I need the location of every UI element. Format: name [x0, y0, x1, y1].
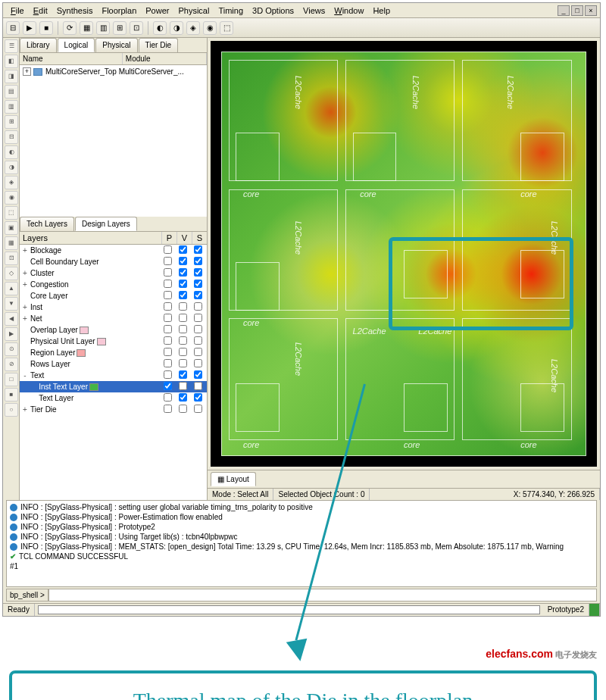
side-tool-24[interactable]: ○ [5, 403, 18, 417]
tool-btn-7[interactable]: ⊡ [130, 21, 143, 35]
console-log[interactable]: INFO : [SpyGlass-Physical] : setting use… [6, 500, 597, 587]
layer-v-checkbox[interactable] [179, 405, 187, 413]
tab-library[interactable]: Library [20, 38, 57, 52]
expand-icon[interactable]: + [23, 67, 31, 76]
layer-v-checkbox[interactable] [179, 245, 187, 254]
layer-row[interactable]: Region Layer [20, 347, 207, 358]
layer-s-checkbox[interactable] [194, 257, 202, 265]
layer-row[interactable]: Overlap Layer [20, 324, 207, 336]
tool-btn-6[interactable]: ⊞ [113, 21, 127, 35]
expand-icon[interactable] [30, 383, 37, 391]
side-tool-4[interactable]: ▥ [5, 100, 18, 114]
menu-edit[interactable]: Edit [29, 5, 52, 17]
tool-btn-1[interactable]: ▶ [23, 21, 36, 35]
tab-tech-layers[interactable]: Tech Layers [20, 217, 74, 231]
layer-v-checkbox[interactable] [179, 291, 187, 299]
win-close-button[interactable]: × [585, 5, 597, 16]
expand-icon[interactable] [21, 360, 29, 368]
layer-s-checkbox[interactable] [194, 405, 202, 413]
side-tool-12[interactable]: ▣ [5, 221, 18, 235]
layer-row[interactable]: Inst Text Layer [20, 381, 207, 392]
layer-v-checkbox[interactable] [179, 257, 187, 265]
menu-3doptions[interactable]: 3D Options [248, 5, 298, 17]
menu-views[interactable]: Views [298, 5, 330, 17]
layer-col-v[interactable]: V [176, 232, 192, 244]
side-tool-11[interactable]: ⬚ [5, 206, 18, 220]
layer-v-checkbox[interactable] [179, 370, 187, 379]
layer-v-checkbox[interactable] [179, 359, 187, 367]
layer-v-checkbox[interactable] [179, 348, 187, 356]
menu-help[interactable]: Help [368, 5, 395, 17]
layer-row[interactable]: Core Layer [20, 290, 207, 302]
side-tool-23[interactable]: ■ [5, 388, 18, 402]
layer-p-checkbox[interactable] [164, 348, 172, 356]
side-tool-15[interactable]: ◇ [5, 267, 18, 280]
side-tool-1[interactable]: ◧ [5, 55, 18, 68]
layer-s-checkbox[interactable] [194, 245, 202, 254]
floorplan-canvas[interactable]: L2Cache L2Cache L2Cache core core core L… [211, 41, 597, 467]
layer-col-p[interactable]: P [161, 232, 176, 244]
expand-icon[interactable] [21, 337, 29, 345]
win-max-button[interactable]: □ [571, 5, 583, 16]
menu-window[interactable]: Window [330, 5, 368, 17]
layer-s-checkbox[interactable] [194, 348, 202, 356]
layer-row[interactable]: +Blockage [20, 245, 207, 256]
side-tool-5[interactable]: ⊞ [5, 115, 18, 129]
layer-p-checkbox[interactable] [164, 314, 172, 322]
layer-p-checkbox[interactable] [164, 405, 172, 413]
layer-p-checkbox[interactable] [164, 245, 172, 254]
tree-root-item[interactable]: + MultiCoreServer_Top MultiCoreServer_..… [21, 67, 205, 77]
layer-v-checkbox[interactable] [179, 280, 187, 288]
expand-icon[interactable] [21, 292, 29, 300]
tree-col-name[interactable]: Name [20, 53, 123, 64]
layer-p-checkbox[interactable] [164, 257, 172, 265]
layer-p-checkbox[interactable] [164, 291, 172, 299]
side-tool-19[interactable]: ▶ [5, 327, 18, 341]
layer-p-checkbox[interactable] [164, 268, 172, 277]
menu-timing[interactable]: Timing [214, 5, 248, 17]
layer-row[interactable]: Rows Layer [20, 358, 207, 370]
layer-p-checkbox[interactable] [164, 359, 172, 367]
layer-row[interactable]: Text Layer [20, 392, 207, 404]
layer-v-checkbox[interactable] [179, 302, 187, 311]
expand-icon[interactable] [21, 258, 29, 266]
layer-s-checkbox[interactable] [194, 336, 202, 345]
side-tool-22[interactable]: □ [5, 373, 18, 386]
tool-btn-4[interactable]: ▦ [80, 21, 93, 35]
tool-btn-0[interactable]: ⊟ [6, 21, 20, 35]
layer-s-checkbox[interactable] [194, 302, 202, 311]
layer-s-checkbox[interactable] [194, 268, 202, 277]
layer-row[interactable]: +Congestion [20, 279, 207, 290]
menu-floorplan[interactable]: Floorplan [97, 5, 141, 17]
layer-row[interactable]: +Net [20, 313, 207, 324]
layer-v-checkbox[interactable] [179, 382, 187, 390]
layers-list[interactable]: +Blockage Cell Boundary Layer +Cluster +… [20, 245, 207, 500]
side-tool-3[interactable]: ▤ [5, 85, 18, 98]
layer-s-checkbox[interactable] [194, 393, 202, 402]
layer-row[interactable]: -Text [20, 370, 207, 381]
side-tool-9[interactable]: ◈ [5, 176, 18, 189]
side-tool-2[interactable]: ◨ [5, 70, 18, 83]
layer-row[interactable]: +Tier Die [20, 404, 207, 415]
layer-col-s[interactable]: S [192, 232, 207, 244]
layer-p-checkbox[interactable] [164, 336, 172, 345]
layer-s-checkbox[interactable] [194, 325, 202, 333]
tab-physical[interactable]: Physical [95, 38, 137, 52]
tool-btn-12[interactable]: ⬚ [220, 21, 233, 35]
layer-s-checkbox[interactable] [194, 382, 202, 390]
layer-row[interactable]: Physical Unit Layer [20, 336, 207, 347]
expand-icon[interactable]: + [21, 269, 29, 277]
expand-icon[interactable]: + [21, 246, 29, 255]
side-tool-6[interactable]: ⊟ [5, 130, 18, 144]
side-tool-10[interactable]: ◉ [5, 191, 18, 205]
layer-row[interactable]: +Cluster [20, 267, 207, 279]
layer-row[interactable]: Cell Boundary Layer [20, 256, 207, 267]
menu-power[interactable]: Power [141, 5, 173, 17]
side-tool-20[interactable]: ⊙ [5, 342, 18, 356]
menu-physical[interactable]: Physical [173, 5, 214, 17]
expand-icon[interactable] [21, 326, 29, 334]
layer-p-checkbox[interactable] [164, 302, 172, 311]
side-tool-17[interactable]: ▼ [5, 297, 18, 311]
tool-btn-3[interactable]: ⟳ [63, 21, 77, 35]
layer-v-checkbox[interactable] [179, 393, 187, 402]
